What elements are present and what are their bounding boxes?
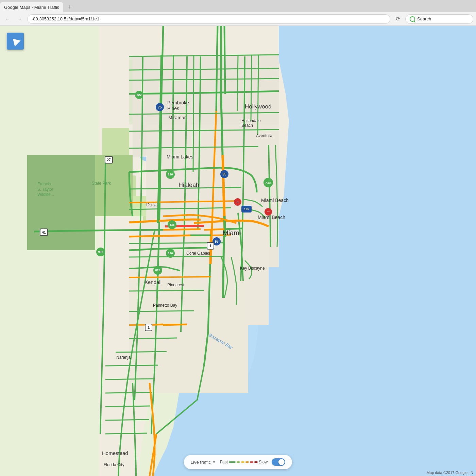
highway-badge-i95-1[interactable]: 95 [220, 170, 228, 178]
svg-line-101 [105, 420, 149, 420]
svg-line-30 [209, 264, 210, 298]
search-area[interactable]: Search [405, 14, 473, 24]
fast-label: Fast [220, 460, 228, 464]
tab-close-button[interactable]: × [55, 4, 61, 10]
svg-line-97 [105, 365, 158, 366]
scale-dark-red [254, 461, 258, 463]
map-container[interactable]: Hollywood PembrokePines Miramar Hallanda… [0, 26, 476, 476]
svg-line-98 [105, 379, 155, 379]
svg-line-76 [34, 231, 68, 232]
highway-badge-sr826-2[interactable]: 826 [166, 249, 175, 258]
svg-line-102 [105, 433, 147, 434]
tab-bar: Google Maps - Miami Traffic × + [0, 0, 476, 12]
svg-line-27 [223, 247, 224, 298]
svg-line-77 [68, 230, 119, 231]
address-input[interactable] [27, 14, 390, 24]
scale-green [229, 461, 236, 463]
live-traffic-text: Live traffic [191, 460, 211, 465]
traffic-scale: Fast Slow [220, 460, 268, 464]
scale-red [250, 461, 253, 463]
browser-chrome: Google Maps - Miami Traffic × + ← → ⟳ Se… [0, 0, 476, 26]
svg-line-37 [216, 60, 217, 111]
address-bar-row: ← → ⟳ Search [0, 12, 476, 26]
svg-line-31 [208, 298, 209, 332]
highway-badge-us1-south[interactable]: 1 [145, 324, 152, 331]
svg-line-78 [119, 230, 163, 230]
svg-line-112 [224, 228, 242, 229]
svg-line-57 [269, 145, 269, 179]
highway-badge-us27[interactable]: 27 [105, 156, 113, 164]
traffic-toggle[interactable] [272, 458, 285, 466]
highway-badge-sr822[interactable]: 822 [135, 91, 143, 99]
svg-line-100 [105, 406, 150, 407]
svg-line-116 [129, 236, 153, 237]
svg-line-92 [129, 290, 204, 291]
svg-line-113 [237, 55, 238, 111]
svg-line-96 [116, 352, 167, 352]
search-label: Search [417, 16, 431, 21]
svg-line-106 [163, 324, 187, 325]
scale-orange [245, 461, 249, 463]
svg-rect-17 [27, 155, 95, 250]
svg-line-79 [163, 229, 201, 230]
svg-rect-18 [95, 155, 133, 216]
legend-dropdown-icon: ▼ [212, 460, 216, 464]
toggle-knob [278, 459, 285, 465]
svg-line-109 [173, 55, 173, 172]
svg-line-60 [186, 56, 187, 111]
svg-line-114 [251, 55, 252, 121]
slow-label: Slow [259, 460, 268, 464]
svg-line-91 [129, 277, 211, 277]
svg-line-47 [105, 162, 105, 230]
scale-light-green [237, 461, 240, 463]
svg-line-99 [105, 392, 152, 393]
new-tab-button[interactable]: + [65, 2, 75, 12]
svg-line-115 [258, 55, 258, 135]
refresh-button[interactable]: ⟳ [393, 14, 403, 24]
highway-badge-i195[interactable]: 195 [241, 206, 252, 213]
highway-badge-us1[interactable]: 1 [207, 242, 214, 250]
highway-badge-i75[interactable]: 75 [156, 103, 164, 111]
traffic-legend: Live traffic ▼ Fast Slow [184, 455, 292, 469]
highway-badge-sr874[interactable]: 874 [153, 266, 162, 275]
svg-line-95 [129, 338, 177, 339]
incident-icon-1[interactable]: − [234, 198, 241, 206]
svg-line-110 [193, 55, 194, 172]
map-svg [0, 26, 476, 476]
svg-line-65 [200, 56, 201, 111]
highway-badge-a1a[interactable]: A1A [264, 178, 273, 187]
svg-line-111 [204, 229, 224, 230]
svg-line-74 [187, 92, 238, 93]
highway-badge-us41[interactable]: 41 [40, 228, 48, 236]
highway-badge-sr997[interactable]: 997 [96, 248, 105, 256]
incident-icon-2[interactable]: − [265, 208, 272, 216]
highway-badge-sr826-1[interactable]: 826 [166, 170, 175, 179]
svg-line-59 [270, 213, 271, 247]
map-attribution: Map data ©2017 Google, IN [427, 471, 473, 475]
svg-line-90 [129, 256, 224, 257]
forward-button[interactable]: → [15, 14, 24, 24]
nav-arrow-icon [10, 36, 20, 46]
highway-badge-sr836[interactable]: 836 [168, 220, 176, 229]
back-button[interactable]: ← [3, 14, 12, 24]
navigation-button[interactable] [7, 33, 24, 50]
scale-yellow [241, 461, 244, 463]
browser-tab[interactable]: Google Maps - Miami Traffic × [0, 2, 63, 12]
svg-line-28 [224, 26, 225, 94]
svg-line-36 [217, 26, 218, 60]
svg-line-103 [223, 155, 224, 216]
svg-line-117 [153, 235, 190, 236]
live-traffic-label[interactable]: Live traffic ▼ [191, 460, 216, 465]
tab-title: Google Maps - Miami Traffic [4, 5, 59, 10]
search-icon [410, 16, 415, 22]
